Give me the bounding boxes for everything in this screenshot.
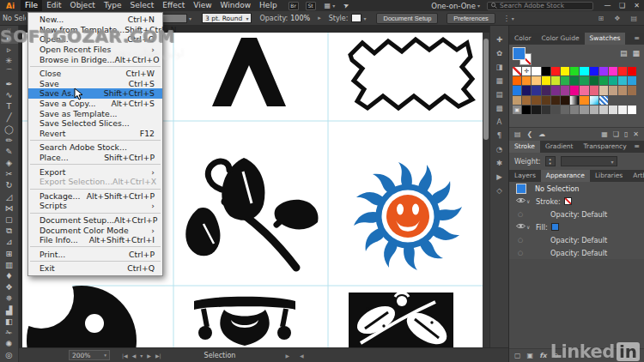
swatches-tab-color-guide[interactable]: Color Guide [537, 33, 585, 45]
swatch[interactable] [609, 106, 617, 114]
swatch[interactable] [618, 67, 627, 75]
swatch[interactable] [580, 86, 588, 94]
swatches-panel-menu-icon[interactable]: ≡ [634, 33, 644, 45]
stock-button[interactable]: St [306, 2, 316, 10]
expand-chevron-icon[interactable]: ∨ [526, 224, 536, 230]
transform-panel-icon[interactable]: ✚ [496, 36, 502, 44]
layers-tab-appearance[interactable]: Appearance [541, 170, 590, 182]
menu-item-close[interactable]: CloseCtrl+W [28, 69, 162, 79]
menu-item-browse-in-bridge[interactable]: Browse in Bridge...Alt+Ctrl+O [28, 54, 162, 64]
stroke-panel-menu-icon[interactable]: ≡ [634, 141, 644, 153]
direct-selection-tool-icon[interactable]: ▹ [1, 44, 18, 55]
swatch[interactable] [513, 67, 521, 75]
swatch[interactable] [561, 96, 569, 105]
menu-item-open[interactable]: Open...Ctrl+O [28, 34, 162, 45]
none-swatch-chip[interactable] [564, 197, 572, 205]
lasso-tool-icon[interactable]: ⌒ [1, 67, 18, 78]
bridge-button[interactable]: Br [289, 2, 299, 10]
swatch[interactable] [590, 76, 598, 85]
swatch[interactable] [570, 67, 579, 75]
hscroll-arrow-icon-0[interactable]: ▶ [285, 353, 289, 359]
layers-tab-libraries[interactable]: Libraries [590, 170, 628, 182]
swatch[interactable] [542, 106, 550, 114]
visibility-toggle-empty[interactable]: ○ [514, 211, 526, 218]
swatch[interactable] [513, 96, 521, 105]
swatch[interactable] [599, 96, 608, 105]
opacity-chevron-icon[interactable]: ▸ [318, 15, 321, 21]
menu-item-document-color-mode[interactable]: Document Color Mode› [28, 225, 162, 235]
minimize-button[interactable]: — [600, 0, 615, 11]
appearance-row-opacity-default[interactable]: ○Opacity: Default [509, 208, 644, 220]
swatch[interactable] [561, 76, 569, 85]
arrange-documents-icon[interactable]: ❖ [614, 15, 620, 22]
artboard-nav-icon-2[interactable]: ▾ [140, 353, 143, 359]
more-options-icon[interactable]: ⋮▾ [503, 15, 514, 22]
appearance-row-no-selection[interactable]: No Selection [509, 182, 644, 195]
symbols-panel-icon[interactable]: ✿ [496, 50, 502, 57]
swatch[interactable] [618, 86, 627, 94]
swatch[interactable] [513, 76, 521, 85]
cloud-libraries-icon[interactable]: ☁ [538, 130, 545, 138]
opacity-value[interactable]: 100% [290, 15, 310, 22]
panel-list-icon[interactable]: ▤ [630, 15, 637, 22]
vertical-scrollbar-thumb[interactable] [483, 39, 489, 140]
artboard-nav-icon-0[interactable]: |◀ [122, 353, 128, 359]
swatch[interactable] [628, 86, 636, 94]
swatch[interactable] [609, 67, 617, 75]
swatch[interactable] [513, 86, 521, 94]
swatches-tab-swatches[interactable]: Swatches [585, 33, 626, 45]
swatch-libraries-icon[interactable]: ▤ [514, 130, 521, 138]
hand-tool-icon[interactable]: ✺ [1, 338, 18, 349]
swatch[interactable] [522, 96, 531, 105]
menu-effect[interactable]: Effect [158, 0, 189, 11]
hscroll-arrow-icon-1[interactable]: ◀ [300, 353, 304, 359]
swatch[interactable] [532, 96, 540, 105]
swatch[interactable] [590, 96, 598, 105]
menu-help[interactable]: Help [255, 0, 282, 11]
swatch[interactable]: ✛ [522, 67, 531, 75]
swatch[interactable] [542, 76, 550, 85]
swatch[interactable] [532, 86, 540, 94]
new-fill-icon[interactable]: ▣ [527, 352, 534, 359]
brushes-panel-icon[interactable]: ◨ [495, 63, 502, 71]
vertical-scrollbar[interactable] [483, 33, 489, 347]
opentype-panel-icon[interactable]: ◔ [496, 146, 502, 154]
swatch-themes-icon[interactable]: ❮ [527, 130, 533, 138]
workspace-name[interactable]: One-on-One [431, 2, 476, 10]
stroke-color-caret-icon[interactable]: ▾ [189, 15, 191, 21]
share-icon[interactable]: ➤ [343, 1, 350, 10]
swatch[interactable] [590, 106, 598, 114]
perspective-grid-tool-icon[interactable]: ⊿ [1, 236, 18, 247]
swatch[interactable] [561, 86, 569, 94]
blue-swatch-chip[interactable] [551, 223, 559, 231]
swatches-tab-color[interactable]: Color [509, 33, 537, 45]
swatch[interactable] [618, 76, 627, 85]
add-effect-icon[interactable]: fx [539, 352, 547, 359]
artboard-nav-icon-4[interactable]: ▶| [155, 353, 161, 359]
artboard-nav-icon-3[interactable]: ▶ [147, 353, 151, 359]
scissors-tool-icon[interactable]: ✂ [1, 168, 18, 179]
stroke-tab-gradient[interactable]: Gradient [540, 141, 579, 153]
swatch[interactable] [609, 76, 617, 85]
menu-item-file-info[interactable]: File Info...Alt+Shift+Ctrl+I [28, 235, 162, 245]
stroke-panel-icon[interactable]: ▩ [495, 105, 502, 112]
swatch[interactable] [522, 86, 531, 94]
eye-icon[interactable] [516, 197, 526, 203]
swatch[interactable] [570, 106, 579, 114]
paintbrush-tool-icon[interactable]: ✏ [1, 135, 18, 146]
swatch[interactable] [580, 76, 588, 85]
swatch[interactable] [570, 96, 579, 105]
weight-combo[interactable]: ▾ [561, 156, 617, 166]
menu-window[interactable]: Window [216, 0, 256, 11]
swatch[interactable] [609, 86, 617, 94]
swatch[interactable] [542, 86, 550, 94]
weight-stepper[interactable]: ▴▾ [545, 156, 556, 166]
swatch[interactable] [561, 67, 569, 75]
appearance-row-stroke[interactable]: ∨Stroke: [509, 195, 644, 208]
zoom-tool-icon[interactable]: ◎ [1, 349, 18, 360]
free-transform-tool-icon[interactable]: ▢ [1, 214, 18, 225]
swatch[interactable] [599, 86, 608, 94]
mesh-tool-icon[interactable]: ⊞ [1, 248, 18, 259]
swatch[interactable] [522, 106, 531, 114]
workspace-switcher-icon[interactable]: ▦▾ [325, 2, 336, 9]
